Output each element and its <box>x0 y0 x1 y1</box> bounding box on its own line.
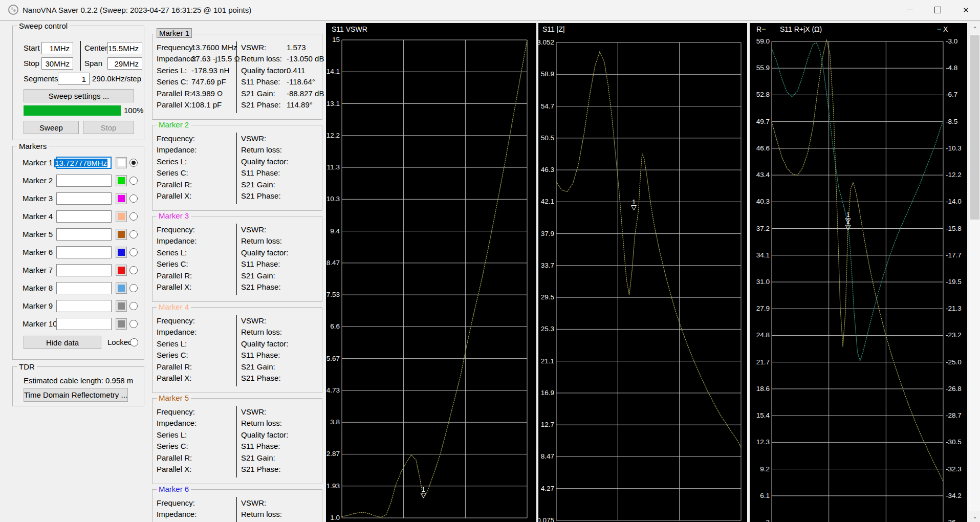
chart-title: S11 VSWR <box>332 25 367 33</box>
start-input[interactable]: 1MHz <box>41 42 73 54</box>
field-label: Parallel X: <box>157 100 191 110</box>
marker-color-swatch[interactable] <box>116 175 127 186</box>
marker-select-radio[interactable] <box>129 177 138 185</box>
marker-frequency-input[interactable] <box>56 318 112 330</box>
svg-text:9.4: 9.4 <box>330 227 340 235</box>
marker-data-box: Marker 6Frequency:Impedance:Series L:Ser… <box>152 489 322 522</box>
app-icon <box>8 5 18 15</box>
close-button[interactable]: ✕ <box>952 0 980 20</box>
chart-canvas[interactable]: 63.05258.954.750.546.342.137.933.729.525… <box>538 23 747 522</box>
chart-s11-z[interactable]: S11 |Z|63.05258.954.750.546.342.137.933.… <box>538 23 747 522</box>
marker-triangle-icon <box>631 206 637 210</box>
tdr-button[interactable]: Time Domain Reflectometry ... <box>24 388 128 402</box>
marker-color-swatch[interactable] <box>116 157 127 168</box>
svg-text:-34.2: -34.2 <box>946 492 962 499</box>
chart-s11-rjx[interactable]: S11 R+jX (Ω)R−− X59.0-3.055.9-4.852.8-6.… <box>750 23 967 522</box>
svg-text:12.7: 12.7 <box>541 421 554 428</box>
svg-text:0.075: 0.075 <box>538 516 554 522</box>
sweep-button[interactable]: Sweep <box>24 121 79 134</box>
chart-canvas[interactable]: 1514.113.112.211.310.39.48.477.536.65.67… <box>326 23 536 522</box>
marker-frequency-input[interactable] <box>56 210 112 223</box>
field-label: Series C: <box>157 441 188 451</box>
svg-text:21.1: 21.1 <box>541 357 554 365</box>
field-value: 43.989 Ω <box>191 89 223 99</box>
marker-frequency-input[interactable] <box>56 192 112 205</box>
scrollbar-thumb[interactable] <box>970 35 979 220</box>
svg-text:15: 15 <box>332 36 340 44</box>
field-label: Return loss: <box>241 145 282 155</box>
field-column-divider <box>236 497 237 522</box>
field-label: Series L: <box>157 157 187 167</box>
step-size-text: 290.0kHz/step <box>92 73 141 85</box>
field-label: Quality factor: <box>241 430 289 440</box>
marker-select-radio[interactable] <box>129 230 138 238</box>
minimize-button[interactable] <box>896 0 924 20</box>
svg-text:29.5: 29.5 <box>541 293 554 301</box>
locked-radio[interactable] <box>130 338 138 346</box>
marker-frequency-input[interactable] <box>56 300 112 312</box>
marker-label: 1 <box>422 486 425 493</box>
field-label: VSWR: <box>241 407 266 417</box>
marker-data-box-title: Marker 3 <box>157 211 191 220</box>
field-column-divider <box>236 41 237 113</box>
sweep-settings-button[interactable]: Sweep settings ... <box>24 89 134 102</box>
title-bar[interactable]: NanoVNA Saver 0.2.2 (Sweep: 2023-04-27 1… <box>0 0 980 20</box>
field-label: S21 Phase: <box>241 100 281 110</box>
marker-color-swatch[interactable] <box>116 247 127 258</box>
stop-input[interactable]: 30MHz <box>41 57 73 70</box>
field-label: S21 Phase: <box>241 373 281 383</box>
marker-color-swatch[interactable] <box>116 229 127 240</box>
segments-input[interactable]: 1 <box>58 73 90 85</box>
marker-select-radio[interactable] <box>129 212 138 221</box>
svg-text:4.73: 4.73 <box>326 386 340 394</box>
marker-color-swatch[interactable] <box>116 300 127 312</box>
center-label: Center <box>84 42 107 54</box>
svg-text:37.2: 37.2 <box>756 225 770 232</box>
marker-select-radio[interactable] <box>129 266 138 274</box>
marker-data-box: Marker 5Frequency:Impedance:Series L:Ser… <box>152 398 322 484</box>
marker-row-label: Marker 4 <box>23 210 53 223</box>
marker-frequency-input[interactable] <box>56 175 112 187</box>
span-input[interactable]: 29MHz <box>107 57 142 70</box>
marker-color-swatch[interactable] <box>116 318 127 330</box>
marker-frequency-input[interactable] <box>56 228 112 241</box>
svg-text:37.9: 37.9 <box>541 230 554 237</box>
markers-group-label: Markers <box>17 142 49 150</box>
marker-color <box>118 159 125 166</box>
maximize-button[interactable] <box>924 0 952 20</box>
stop-button[interactable]: Stop <box>83 121 134 134</box>
vertical-scrollbar[interactable]: ⌃ ⌄ <box>969 23 980 522</box>
marker-color-swatch[interactable] <box>116 265 127 276</box>
svg-text:12.3: 12.3 <box>756 438 770 446</box>
marker-select-radio[interactable] <box>129 284 138 292</box>
marker-frequency-input[interactable] <box>56 282 112 294</box>
marker-color-swatch[interactable] <box>116 211 127 222</box>
marker-color-swatch[interactable] <box>116 193 127 204</box>
marker-frequency-input[interactable] <box>56 264 112 276</box>
field-label: Quality factor: <box>241 339 289 349</box>
svg-text:-8.5: -8.5 <box>946 118 957 125</box>
scroll-down-icon[interactable]: ⌄ <box>969 511 980 522</box>
scroll-up-icon[interactable]: ⌃ <box>969 23 980 34</box>
marker-frequency-input[interactable] <box>56 246 112 258</box>
chart-canvas[interactable]: 59.0-3.055.9-4.852.8-6.749.7-8.546.6-10.… <box>750 23 967 522</box>
field-label: Series L: <box>157 248 187 258</box>
hide-data-button[interactable]: Hide data <box>24 336 101 349</box>
svg-text:18.6: 18.6 <box>756 385 770 393</box>
marker-select-radio[interactable] <box>129 302 138 310</box>
marker-select-radio[interactable] <box>129 159 138 167</box>
series-S11 VSWR sweep <box>342 40 527 517</box>
svg-text:14.1: 14.1 <box>326 68 340 75</box>
marker-select-radio[interactable] <box>129 320 138 328</box>
center-input[interactable]: 15.5MHz <box>107 42 142 54</box>
marker-frequency-input[interactable]: 13.727778MHz <box>56 157 112 169</box>
field-value: 114.89° <box>287 100 313 110</box>
svg-text:50.5: 50.5 <box>541 134 554 142</box>
marker-select-radio[interactable] <box>129 194 138 203</box>
svg-text:54.7: 54.7 <box>541 102 554 110</box>
svg-text:2.87: 2.87 <box>326 450 340 458</box>
segments-label: Segments <box>24 73 58 85</box>
marker-select-radio[interactable] <box>129 248 138 256</box>
chart-s11-vswr[interactable]: S11 VSWR1514.113.112.211.310.39.48.477.5… <box>326 23 536 522</box>
marker-color-swatch[interactable] <box>116 282 127 294</box>
